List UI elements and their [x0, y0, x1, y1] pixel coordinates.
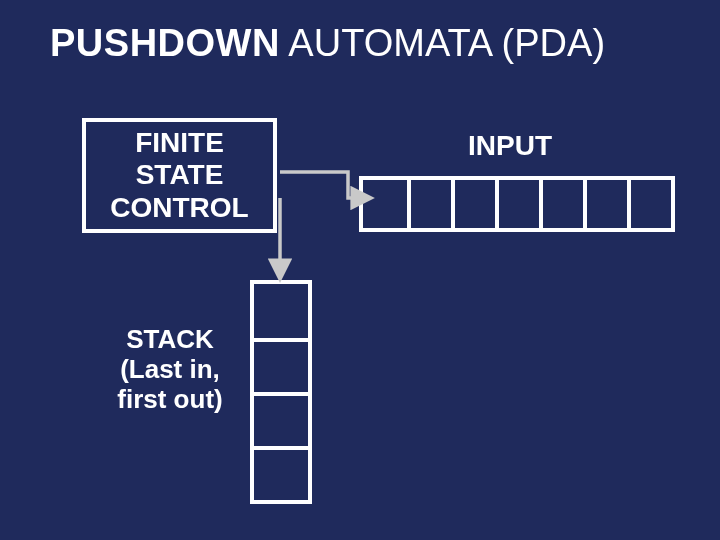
tape-cell [583, 180, 627, 228]
tape-cell [451, 180, 495, 228]
stack-label: STACK (Last in, first out) [100, 325, 240, 415]
arrow-to-input-icon [280, 172, 370, 198]
arrows-overlay [0, 0, 720, 540]
input-label: INPUT [468, 130, 552, 162]
finite-state-control-box: FINITE STATE CONTROL [82, 118, 277, 233]
tape-cell [407, 180, 451, 228]
stack-cell [254, 392, 308, 446]
title-strong: PUSHDOWN [50, 22, 280, 64]
stack-cell [254, 284, 308, 338]
stack-box [250, 280, 312, 504]
input-tape [359, 176, 675, 232]
title-rest: AUTOMATA (PDA) [280, 22, 605, 64]
stack-cell [254, 446, 308, 500]
tape-cell [627, 180, 671, 228]
tape-cell [539, 180, 583, 228]
fsc-text: FINITE STATE CONTROL [110, 127, 248, 224]
tape-cell [495, 180, 539, 228]
slide-title: PUSHDOWN AUTOMATA (PDA) [50, 22, 605, 65]
stack-cell [254, 338, 308, 392]
tape-cell [363, 180, 407, 228]
